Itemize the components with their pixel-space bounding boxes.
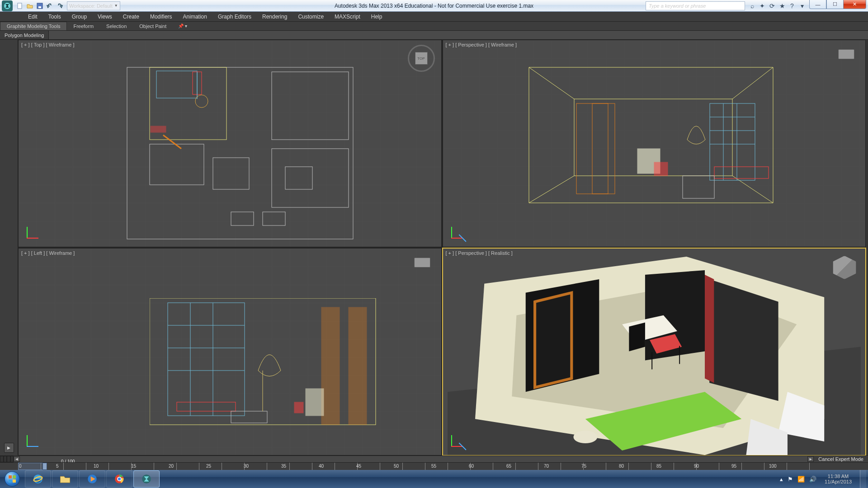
qat-redo-icon[interactable] bbox=[55, 1, 64, 10]
svg-marker-47 bbox=[535, 293, 571, 388]
menu-modifiers[interactable]: Modifiers bbox=[145, 12, 178, 21]
cancel-expert-mode-button[interactable]: Cancel Expert Mode bbox=[814, 456, 868, 462]
svg-rect-41 bbox=[306, 389, 324, 416]
close-button[interactable]: ✕ bbox=[844, 0, 866, 9]
svg-rect-15 bbox=[231, 212, 254, 225]
menu-customize[interactable]: Customize bbox=[292, 12, 329, 21]
svg-rect-38 bbox=[349, 307, 367, 425]
window-titlebar: Workspace: Default ▼ Autodesk 3ds Max 20… bbox=[0, 0, 868, 12]
svg-rect-16 bbox=[263, 212, 285, 225]
viewport-label[interactable]: [ + ] [ Left ] [ Wireframe ] bbox=[21, 250, 75, 256]
svg-rect-7 bbox=[150, 144, 204, 185]
workspace-label: Workspace: Default bbox=[69, 3, 113, 9]
timeline-ruler[interactable]: 0 5 10 15 20 25 30 35 40 45 50 55 60 65 … bbox=[0, 462, 868, 470]
taskbar-explorer-icon[interactable] bbox=[52, 470, 78, 488]
svg-rect-10 bbox=[285, 167, 312, 189]
main-menu: Edit Tools Group Views Create Modifiers … bbox=[0, 12, 868, 22]
svg-marker-50 bbox=[705, 275, 714, 383]
qat-open-icon[interactable] bbox=[25, 1, 34, 10]
window-buttons: — ☐ ✕ bbox=[809, 0, 866, 9]
start-button[interactable] bbox=[0, 470, 24, 488]
viewport-perspective-realistic[interactable]: [ + ] [ Perspective ] [ Realistic ] bbox=[443, 248, 866, 455]
menu-help[interactable]: Help bbox=[366, 12, 388, 21]
range-handle[interactable] bbox=[42, 463, 47, 470]
menu-graph-editors[interactable]: Graph Editors bbox=[212, 12, 257, 21]
key-icon[interactable]: ✦ bbox=[759, 2, 766, 9]
svg-rect-11 bbox=[213, 158, 249, 189]
svg-rect-2 bbox=[38, 6, 41, 8]
viewport-layout-icon[interactable] bbox=[0, 456, 14, 462]
viewcube[interactable]: TOP bbox=[408, 45, 435, 72]
qat-new-icon[interactable] bbox=[15, 1, 24, 10]
search-icon[interactable]: ⌕ bbox=[749, 2, 756, 9]
viewcube[interactable] bbox=[411, 255, 433, 272]
system-tray: ▴ ⚑ 📶 🔊 11:38 AM 11/Apr/2013 bbox=[780, 470, 868, 488]
viewport-top[interactable]: [ + ] [ Top ] [ Wireframe ] bbox=[18, 40, 442, 247]
tray-volume-icon[interactable]: 🔊 bbox=[809, 476, 816, 483]
menu-views[interactable]: Views bbox=[92, 12, 118, 21]
viewcube[interactable] bbox=[830, 253, 859, 282]
ribbon-tab-selection[interactable]: Selection bbox=[100, 22, 133, 30]
scroll-right-icon[interactable]: ► bbox=[807, 456, 814, 462]
qat-save-icon[interactable] bbox=[35, 1, 44, 10]
exchange-icon[interactable]: ⟳ bbox=[769, 2, 776, 9]
viewport-label[interactable]: [ + ] [ Top ] [ Wireframe ] bbox=[21, 42, 75, 47]
svg-rect-0 bbox=[18, 3, 22, 9]
viewcube[interactable] bbox=[835, 47, 857, 64]
svg-rect-8 bbox=[272, 72, 349, 140]
menu-edit[interactable]: Edit bbox=[23, 12, 43, 21]
menu-group[interactable]: Group bbox=[66, 12, 92, 21]
taskbar-ie-icon[interactable] bbox=[25, 470, 51, 488]
taskbar-wmp-icon[interactable] bbox=[79, 470, 105, 488]
taskbar-3dsmax-icon[interactable] bbox=[133, 470, 160, 488]
floorplan-wireframe bbox=[123, 54, 371, 247]
svg-rect-39 bbox=[177, 402, 236, 411]
minimize-button[interactable]: — bbox=[809, 0, 826, 9]
windows-taskbar: ▴ ⚑ 📶 🔊 11:38 AM 11/Apr/2013 bbox=[0, 470, 868, 488]
search-input[interactable]: Type a keyword or phrase bbox=[646, 1, 745, 10]
viewport-area: [ + ] [ Top ] [ Wireframe ] bbox=[18, 40, 866, 455]
menu-rendering[interactable]: Rendering bbox=[257, 12, 292, 21]
ribbon-tab-freeform[interactable]: Freeform bbox=[67, 22, 100, 30]
range-slider[interactable] bbox=[18, 463, 45, 470]
left-dock: ▶ bbox=[0, 40, 18, 455]
ribbon-tab-objectpaint[interactable]: Object Paint bbox=[133, 22, 173, 30]
scroll-left-icon[interactable]: ◄ bbox=[14, 456, 20, 462]
workspace-dropdown[interactable]: Workspace: Default ▼ bbox=[67, 1, 120, 10]
viewport-left[interactable]: [ + ] [ Left ] [ Wireframe ] bbox=[18, 248, 442, 455]
svg-rect-5 bbox=[156, 71, 197, 98]
play-animation-icon[interactable]: ▶ bbox=[4, 443, 14, 453]
menu-maxscript[interactable]: MAXScript bbox=[329, 12, 366, 21]
ribbon-pin-icon[interactable]: 📌 ▾ bbox=[175, 22, 191, 30]
viewport-perspective-wire[interactable]: [ + ] [ Perspective ] [ Wireframe ] bbox=[443, 40, 866, 247]
svg-rect-31 bbox=[168, 303, 245, 416]
axis-gizmo bbox=[23, 432, 41, 450]
menu-create[interactable]: Create bbox=[118, 12, 145, 21]
elevation-wireframe bbox=[150, 298, 394, 434]
tray-clock[interactable]: 11:38 AM 11/Apr/2013 bbox=[821, 474, 855, 484]
viewport-label[interactable]: [ + ] [ Perspective ] [ Wireframe ] bbox=[446, 42, 517, 47]
tray-up-icon[interactable]: ▴ bbox=[780, 476, 783, 483]
ribbon-tab-graphite[interactable]: Graphite Modeling Tools bbox=[0, 22, 67, 30]
show-desktop-button[interactable] bbox=[860, 470, 866, 488]
menu-animation[interactable]: Animation bbox=[178, 12, 212, 21]
favorite-icon[interactable]: ★ bbox=[778, 2, 786, 9]
track-bar: ◄ 0 / 100 ► Cancel Expert Mode 0 5 10 15… bbox=[0, 455, 868, 470]
help-icon[interactable]: ? bbox=[788, 2, 796, 9]
qat-undo-icon[interactable] bbox=[45, 1, 54, 10]
svg-rect-14 bbox=[151, 126, 166, 132]
room-wireframe bbox=[520, 58, 836, 230]
tray-network-icon[interactable]: 📶 bbox=[797, 476, 805, 483]
ribbon-panel-polygon[interactable]: Polygon Modeling bbox=[0, 31, 49, 39]
maximize-button[interactable]: ☐ bbox=[826, 0, 844, 9]
svg-rect-19 bbox=[592, 103, 615, 194]
axis-gizmo bbox=[448, 224, 466, 242]
tray-flag-icon[interactable]: ⚑ bbox=[788, 476, 793, 483]
app-title: Autodesk 3ds Max 2013 x64 Educational - … bbox=[335, 3, 533, 9]
svg-point-57 bbox=[573, 431, 597, 443]
dropdown-icon[interactable]: ▾ bbox=[798, 2, 806, 9]
taskbar-chrome-icon[interactable] bbox=[106, 470, 132, 488]
viewport-label[interactable]: [ + ] [ Perspective ] [ Realistic ] bbox=[446, 250, 513, 256]
svg-rect-40 bbox=[294, 402, 303, 413]
menu-tools[interactable]: Tools bbox=[43, 12, 66, 21]
